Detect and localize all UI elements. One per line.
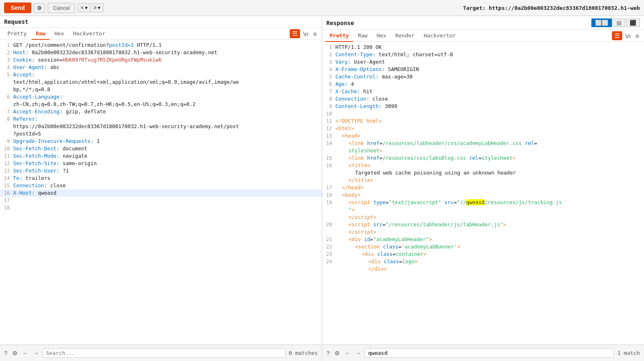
panels: Request Pretty Raw Hex Hackvertor ☰ \n ≡… — [0, 16, 644, 361]
request-search-bar: ? ⚙ ← → 0 matches — [0, 345, 322, 361]
request-line: ?postId=5 — [0, 130, 322, 138]
request-line: 13 Sec-Fetch-User: ?1 — [0, 167, 322, 175]
request-line: 4 User-Agent: abc — [0, 64, 322, 71]
response-line: 9 Content-Length: 3099 — [322, 103, 644, 110]
response-panel-header: Response ⬜⬜ ▤ ⬛ — [322, 16, 644, 30]
response-line: 8 Connection: close — [322, 95, 644, 103]
response-line: 15 <link href=/resources/css/labsBlog.cs… — [322, 154, 644, 162]
request-line: 18 — [0, 204, 322, 212]
view-toggle-horizontal[interactable]: ▤ — [613, 18, 625, 27]
tab-response-render[interactable]: Render — [391, 30, 419, 42]
response-line: 14 <link href=/resources/labheader/css/a… — [322, 140, 644, 147]
response-line: 1 HTTP/1.1 200 OK — [322, 44, 644, 51]
nav-arrows: < ▾ > ▾ — [78, 3, 104, 12]
response-code-area[interactable]: 1 HTTP/1.1 200 OK 2 Content-Type: text/h… — [322, 42, 644, 345]
response-line: 6 Age: 4 — [322, 80, 644, 88]
response-line: 12 <html> — [322, 125, 644, 132]
request-tab-icons: ☰ \n ≡ — [290, 29, 319, 38]
request-code-area[interactable]: 1 GET /post/comment/confirmation?postId=… — [0, 40, 322, 345]
response-line: </script> — [322, 214, 644, 221]
response-line: 11 <!DOCTYPE html> — [322, 117, 644, 125]
request-search-settings-button[interactable]: ⚙ — [11, 349, 19, 357]
response-line: 10 — [322, 110, 644, 117]
request-line: 6 Accept-Language: — [0, 93, 322, 101]
request-line: 1 GET /post/comment/confirmation?postId=… — [0, 41, 322, 49]
request-line: 15 Connection: close — [0, 182, 322, 189]
response-line: 16 <title> — [322, 162, 644, 169]
response-line: 20 <script src="/resources/labheader/js/… — [322, 221, 644, 228]
response-panel-title: Response — [326, 20, 354, 26]
request-list-icon[interactable]: ≡ — [312, 30, 319, 38]
response-panel: Response ⬜⬜ ▤ ⬛ Pretty Raw Hex Render Ha… — [322, 16, 644, 361]
response-line: </title> — [322, 177, 644, 184]
response-line: Targeted web cache poisoning using an un… — [322, 169, 644, 177]
request-search-input[interactable] — [42, 348, 286, 358]
response-search-prev-button[interactable]: ← — [343, 349, 352, 357]
tab-request-hackvertor[interactable]: Hackvertor — [69, 28, 109, 40]
response-list-icon[interactable]: ≡ — [634, 32, 641, 40]
tab-response-hackvertor[interactable]: Hackvertor — [420, 30, 460, 42]
response-line: 7 X-Cache: hit — [322, 88, 644, 95]
prev-request-button[interactable]: < ▾ — [78, 3, 91, 12]
request-line: 12 Sec-Fetch-Site: same-origin — [0, 160, 322, 167]
tab-request-pretty[interactable]: Pretty — [3, 28, 31, 40]
next-request-button[interactable]: > ▾ — [91, 3, 104, 12]
request-tabs: Pretty Raw Hex Hackvertor ☰ \n ≡ — [0, 28, 322, 40]
request-line: bp,*/*;q=0.8 — [0, 86, 322, 93]
request-line: 8 Referer: — [0, 115, 322, 123]
response-search-next-button[interactable]: → — [354, 349, 363, 357]
settings-button[interactable]: ⚙ — [34, 3, 45, 13]
request-line: 5 Accept: — [0, 71, 322, 78]
tab-request-hex[interactable]: Hex — [50, 28, 68, 40]
response-help-button[interactable]: ? — [325, 349, 331, 357]
response-line: 4 X-Frame-Options: SAMEORIGIN — [322, 66, 644, 73]
response-highlight-icon[interactable]: ☰ — [612, 31, 622, 40]
request-panel: Request Pretty Raw Hex Hackvertor ☰ \n ≡… — [0, 16, 322, 361]
target-url: Target: https://0a2b00e003232dec83367d18… — [463, 5, 640, 11]
request-newline-icon[interactable]: \n — [302, 30, 310, 38]
send-button[interactable]: Send — [4, 2, 31, 13]
response-tab-icons: ☰ \n ≡ — [612, 31, 641, 40]
request-line: 2 Host: 0a2b00e003232dec83367d1800170032… — [0, 49, 322, 56]
tab-response-hex[interactable]: Hex — [372, 30, 390, 42]
request-line: zh-CN,zh;q=0.8,zh-TW;q=0.7,zh-HK;q=0.5,e… — [0, 101, 322, 108]
response-line: 2 Content-Type: text/html; charset=utf-8 — [322, 51, 644, 58]
request-line: 10 Sec-Fetch-Dest: document — [0, 145, 322, 152]
request-line: 7 Accept-Encoding: gzip, deflate — [0, 108, 322, 115]
cancel-button[interactable]: Cancel — [48, 3, 75, 13]
request-line: 16 X-Host: qweasd — [0, 189, 322, 197]
request-line: 11 Sec-Fetch-Mode: navigate — [0, 152, 322, 160]
request-search-count: 0 matches — [287, 350, 319, 356]
response-line: 18 <body> — [322, 191, 644, 199]
response-search-input[interactable] — [365, 348, 614, 358]
response-line: 5 Cache-Control: max-age=30 — [322, 73, 644, 80]
request-line: 14 Te: trailers — [0, 175, 322, 182]
request-search-prev-button[interactable]: ← — [21, 349, 30, 357]
response-line: 23 <div class=container> — [322, 251, 644, 258]
toolbar: Send ⚙ Cancel < ▾ > ▾ Target: https://0a… — [0, 0, 644, 16]
response-line: 19 <script type="text/javascript" src="/… — [322, 199, 644, 206]
request-help-button[interactable]: ? — [2, 349, 9, 357]
response-line: stylesheet> — [322, 147, 644, 154]
request-highlight-icon[interactable]: ☰ — [290, 29, 300, 38]
response-newline-icon[interactable]: \n — [624, 32, 632, 40]
response-line: 22 <section class='academyLabBanner'> — [322, 243, 644, 251]
response-line: </div> — [322, 265, 644, 273]
view-toggle-split[interactable]: ⬜⬜ — [591, 18, 612, 27]
response-line: "> — [322, 206, 644, 214]
response-line: 13 <head> — [322, 132, 644, 140]
request-line: 3 Cookie: session=HbK097RTvug7R5ZKpeURgs… — [0, 56, 322, 64]
response-search-bar: ? ⚙ ← → 1 match — [322, 345, 644, 361]
request-line: https://0a2b00e003232dec83367d1800170032… — [0, 123, 322, 130]
view-toggles: ⬜⬜ ▤ ⬛ — [591, 18, 640, 27]
response-line: 21 <div id="academyLabHeader"> — [322, 236, 644, 243]
response-search-settings-button[interactable]: ⚙ — [333, 349, 342, 357]
request-search-next-button[interactable]: → — [32, 349, 41, 357]
tab-response-raw[interactable]: Raw — [354, 30, 372, 42]
request-line: 17 — [0, 197, 322, 204]
request-line: 9 Upgrade-Insecure-Requests: 1 — [0, 138, 322, 145]
tab-response-pretty[interactable]: Pretty — [325, 30, 353, 42]
tab-request-raw[interactable]: Raw — [32, 28, 49, 40]
view-toggle-single[interactable]: ⬛ — [626, 18, 640, 27]
response-line: 3 Vary: User-Agent — [322, 58, 644, 66]
